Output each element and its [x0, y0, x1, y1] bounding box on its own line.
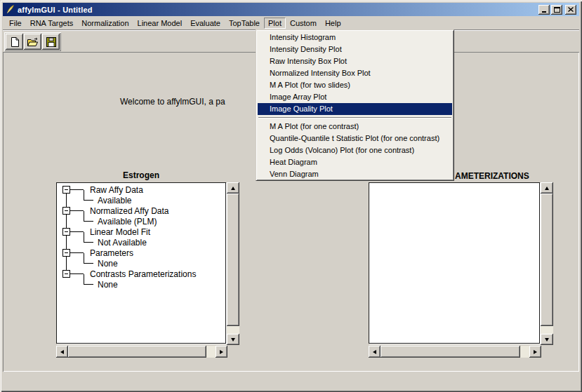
scroll-right-button[interactable]	[216, 346, 227, 358]
close-button[interactable]	[565, 5, 576, 15]
arrow-up-icon	[545, 187, 549, 190]
title-bar: affylmGUI - Untitled	[3, 3, 579, 16]
maximize-button[interactable]	[551, 5, 562, 15]
menu-item-image-quality-plot[interactable]: Image Quality Plot	[258, 103, 452, 115]
scroll-left-button[interactable]	[369, 346, 381, 358]
save-file-button[interactable]	[42, 34, 60, 50]
left-panel-title: Estrogen	[56, 170, 226, 180]
menu-item-log-odds-volcano-plot[interactable]: Log Odds (Volcano) Plot (for one contras…	[258, 144, 452, 156]
welcome-text: Welcome to affylmGUI, a pa	[120, 97, 225, 107]
app-window: affylmGUI - Untitled File RNA Targets No…	[0, 0, 582, 392]
menu-item-image-array-plot[interactable]: Image Array Plot	[258, 91, 452, 103]
tree-item-status[interactable]: Available	[98, 196, 131, 205]
tree-node-contrasts-parameterizations: Contrasts Parameterizations None	[57, 269, 225, 290]
tree-node-raw-affy-data: Raw Affy Data Available	[57, 184, 225, 205]
scroll-thumb[interactable]	[227, 194, 239, 326]
new-file-button[interactable]	[6, 34, 23, 50]
menu-item-ma-plot-two-slides[interactable]: M A Plot (for two slides)	[258, 79, 452, 91]
scroll-thumb[interactable]	[381, 346, 520, 358]
tk-feather-icon[interactable]	[5, 4, 15, 15]
tree-item-status[interactable]: Not Available	[98, 238, 147, 248]
toolbar-button-group	[4, 32, 61, 51]
menu-item-ma-plot-one-contrast[interactable]: M A Plot (for one contrast)	[258, 121, 452, 133]
scroll-track[interactable]	[381, 346, 529, 358]
save-floppy-icon	[46, 36, 57, 48]
menu-item-normalized-intensity-box-plot[interactable]: Normalized Intensity Box Plot	[258, 67, 452, 79]
menu-toptable[interactable]: TopTable	[225, 18, 264, 29]
arrow-left-icon	[373, 350, 376, 354]
tree-item-label[interactable]: Contrasts Parameterizations	[90, 269, 196, 279]
scroll-left-button[interactable]	[56, 346, 68, 358]
menu-evaluate[interactable]: Evaluate	[186, 18, 225, 29]
tree-expander-icon[interactable]	[62, 207, 70, 215]
tree-item-label[interactable]: Parameters	[90, 248, 133, 258]
tree-item-status[interactable]: None	[98, 259, 118, 269]
left-vertical-scrollbar[interactable]	[227, 182, 239, 345]
new-file-icon	[9, 36, 20, 48]
scroll-down-button[interactable]	[227, 334, 239, 345]
tree-node-normalized-affy-data: Normalized Affy Data Available (PLM)	[57, 205, 225, 227]
menu-help[interactable]: Help	[321, 18, 345, 29]
open-file-button[interactable]	[24, 34, 41, 50]
scroll-track[interactable]	[68, 346, 216, 358]
menu-bar: File RNA Targets Normalization Linear Mo…	[3, 16, 579, 29]
menu-item-raw-intensity-box-plot[interactable]: Raw Intensity Box Plot	[258, 55, 452, 67]
tree-expander-icon[interactable]	[62, 249, 70, 257]
tree-item-label[interactable]: Normalized Affy Data	[90, 206, 169, 216]
maximize-icon	[554, 7, 560, 13]
menu-item-qq-t-statistic-plot[interactable]: Quantile-Quantile t Statistic Plot (for …	[258, 133, 452, 144]
open-folder-icon	[27, 36, 39, 48]
arrow-right-icon	[534, 350, 537, 354]
status-tree: Raw Affy Data Available Normalized Affy …	[57, 183, 225, 343]
tree-item-status[interactable]: Available (PLM)	[98, 217, 157, 227]
scroll-down-button[interactable]	[541, 334, 553, 345]
menu-rna-targets[interactable]: RNA Targets	[26, 18, 78, 29]
scroll-up-button[interactable]	[227, 182, 239, 194]
tree-expander-icon[interactable]	[62, 228, 70, 236]
tree-expander-icon[interactable]	[62, 186, 70, 194]
scroll-track[interactable]	[541, 194, 553, 334]
right-vertical-scrollbar[interactable]	[541, 182, 553, 345]
right-horizontal-scrollbar[interactable]	[369, 346, 541, 358]
tree-item-status[interactable]: None	[98, 280, 118, 290]
right-panel-title-visible: AMETERIZATIONS	[455, 171, 529, 181]
contrasts-listbox[interactable]	[369, 182, 540, 344]
close-icon	[568, 7, 574, 12]
menu-normalization[interactable]: Normalization	[77, 18, 133, 29]
menu-separator	[258, 117, 451, 119]
tree-node-linear-model-fit: Linear Model Fit Not Available	[57, 227, 225, 248]
status-tree-listbox[interactable]: Raw Affy Data Available Normalized Affy …	[56, 182, 226, 344]
arrow-down-icon	[545, 338, 549, 342]
menu-item-venn-diagram[interactable]: Venn Diagram	[258, 168, 452, 180]
scroll-thumb[interactable]	[68, 346, 206, 358]
arrow-left-icon	[60, 350, 64, 354]
menu-item-intensity-density-plot[interactable]: Intensity Density Plot	[258, 43, 452, 55]
menu-custom[interactable]: Custom	[286, 18, 321, 29]
menu-file[interactable]: File	[5, 18, 26, 29]
minimize-icon	[542, 11, 546, 13]
left-horizontal-scrollbar[interactable]	[56, 346, 227, 358]
tree-node-parameters: Parameters None	[57, 248, 225, 269]
arrow-right-icon	[220, 350, 223, 354]
menu-item-heat-diagram[interactable]: Heat Diagram	[258, 156, 452, 168]
tree-expander-icon[interactable]	[62, 270, 70, 278]
menu-item-intensity-histogram[interactable]: Intensity Histogram	[258, 32, 452, 43]
scroll-thumb[interactable]	[541, 194, 553, 326]
scroll-up-button[interactable]	[541, 182, 553, 194]
menu-linear-model[interactable]: Linear Model	[133, 18, 187, 29]
arrow-up-icon	[231, 187, 235, 190]
scroll-track[interactable]	[227, 194, 239, 334]
tree-item-label[interactable]: Linear Model Fit	[90, 227, 150, 237]
tree-item-label[interactable]: Raw Affy Data	[90, 185, 143, 195]
window-title: affylmGUI - Untitled	[18, 6, 93, 14]
arrow-down-icon	[231, 338, 235, 342]
minimize-button[interactable]	[538, 5, 550, 15]
scroll-right-button[interactable]	[529, 346, 541, 358]
plot-dropdown-menu: Intensity Histogram Intensity Density Pl…	[256, 29, 454, 181]
menu-plot[interactable]: Plot	[264, 18, 286, 29]
